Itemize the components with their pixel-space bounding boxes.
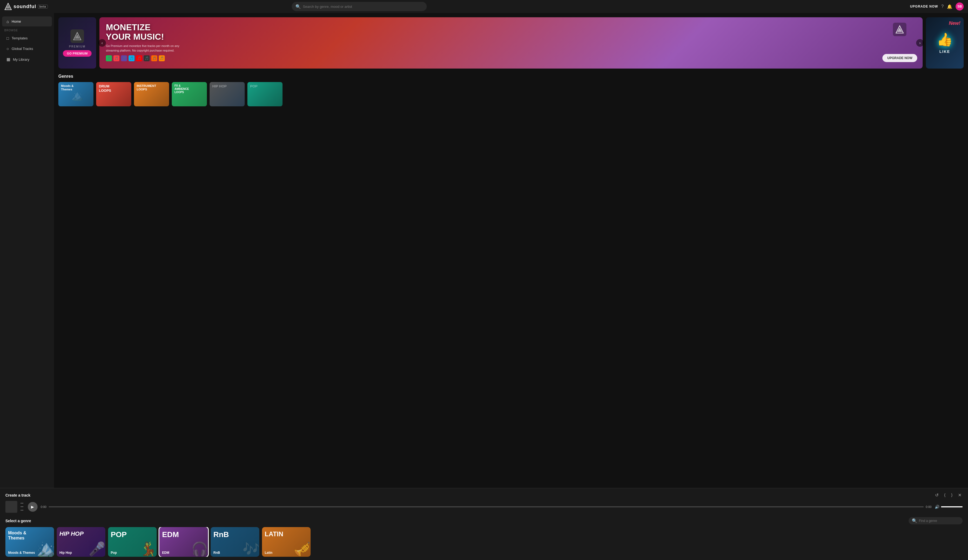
moods-themes-bottom-label: Moods & Themes bbox=[8, 551, 35, 555]
sidebar-label-home: Home bbox=[12, 20, 21, 23]
genres-section-title: Genres bbox=[58, 74, 964, 79]
track-creator-controls: ↺ ⟨ ⟩ ✕ bbox=[934, 491, 963, 499]
search-bar[interactable]: 🔍 bbox=[292, 2, 427, 11]
close-button[interactable]: ✕ bbox=[957, 491, 963, 499]
genre-card-hip-hop[interactable]: HIP HOP bbox=[210, 82, 245, 106]
genre-label-hip-hop: HIP HOP bbox=[212, 84, 227, 89]
genres-section: Genres Moods &Themes 🏔️ DRUMLOOPS INSTRU… bbox=[58, 74, 964, 106]
track-creator-header: Create a track ↺ ⟨ ⟩ ✕ bbox=[0, 488, 968, 501]
platform4-icon: 🎵 bbox=[129, 55, 134, 61]
genre-card-moods[interactable]: Moods &Themes 🏔️ bbox=[58, 82, 93, 106]
volume-icon[interactable]: 🔊 bbox=[935, 505, 939, 509]
edm-bottom-label: EDM bbox=[162, 551, 169, 555]
genre-label-instrument-loops: INSTRUMENTLOOPS bbox=[137, 84, 156, 91]
premium-logo-left bbox=[71, 30, 84, 43]
platform3-icon: 🎵 bbox=[121, 55, 127, 61]
genre-search-icon: 🔍 bbox=[912, 518, 917, 523]
volume-area: 🔊 bbox=[935, 505, 963, 509]
top-navigation: soundful beta 🔍 UPGRADE NOW ? 🔔 SB bbox=[0, 0, 968, 13]
nav-right: UPGRADE NOW ? 🔔 SB bbox=[910, 2, 964, 10]
hip-hop-title: HIP HOP bbox=[60, 530, 84, 537]
hero-platform-icons: 🎵 🎵 🎵 🎵 🎵 🎵 🎵 🎵 bbox=[106, 55, 916, 61]
track-creator: Create a track ↺ ⟨ ⟩ ✕ ••• ••• ••• ▶ 0:0… bbox=[0, 488, 968, 560]
volume-bar[interactable] bbox=[941, 506, 963, 507]
my-library-icon: ▦ bbox=[7, 57, 10, 62]
progress-area: 0:00 0:00 bbox=[41, 505, 932, 509]
back-button[interactable]: ⟨ bbox=[943, 491, 946, 499]
latin-bottom-label: Latin bbox=[265, 551, 272, 555]
sidebar-browse-label: Browse bbox=[0, 27, 54, 33]
genre-select-header: Select a genre 🔍 bbox=[5, 517, 963, 524]
sidebar-label-my-library: My Library bbox=[13, 58, 30, 61]
sidebar-item-templates[interactable]: □ Templates bbox=[2, 33, 52, 43]
track-thumbnail bbox=[5, 501, 17, 513]
genre-label-moods: Moods &Themes bbox=[61, 84, 73, 91]
edm-title: EDM bbox=[162, 530, 179, 539]
like-label: LIKE bbox=[939, 50, 950, 54]
platform8-icon: 🎵 bbox=[159, 55, 165, 61]
genre-label-drum-loops: DRUMLOOPS bbox=[99, 84, 111, 93]
search-icon: 🔍 bbox=[295, 4, 301, 9]
avatar[interactable]: SB bbox=[956, 2, 964, 10]
main-layout: ⌂ Home Browse □ Templates ○ Global Track… bbox=[0, 13, 968, 560]
latin-title: LATIN bbox=[265, 530, 283, 538]
go-premium-button[interactable]: GO PREMIUM bbox=[63, 50, 91, 57]
sidebar-item-global-tracks[interactable]: ○ Global Tracks bbox=[2, 44, 52, 54]
main-content: PREMIUM GO PREMIUM ‹ MONETIZE YOUR MUSIC… bbox=[54, 13, 968, 560]
hero-prev-arrow[interactable]: ‹ bbox=[98, 39, 106, 47]
player-row: ••• ••• ••• ▶ 0:00 0:00 🔊 bbox=[0, 501, 968, 515]
genre-select-edm[interactable]: 🎧 EDM EDM bbox=[159, 527, 208, 557]
bell-icon[interactable]: 🔔 bbox=[947, 4, 952, 9]
genres-row: Moods &Themes 🏔️ DRUMLOOPS INSTRUMENTLOO… bbox=[58, 82, 964, 106]
time-current: 0:00 bbox=[41, 505, 46, 509]
genre-select-pop[interactable]: 💃 POP Pop bbox=[108, 527, 157, 557]
genre-label-fx-ambience: FX &AMBIENCELOOPS bbox=[174, 84, 189, 94]
platform6-icon: 🎵 bbox=[144, 55, 150, 61]
sidebar-label-global-tracks: Global Tracks bbox=[12, 47, 33, 51]
undo-button[interactable]: ↺ bbox=[934, 491, 940, 499]
hip-hop-bottom-label: Hip Hop bbox=[60, 551, 72, 555]
track-creator-title: Create a track bbox=[5, 493, 30, 497]
genre-card-drum-loops[interactable]: DRUMLOOPS bbox=[96, 82, 131, 106]
hero-left-inner: PREMIUM GO PREMIUM bbox=[58, 17, 96, 69]
beta-badge: beta bbox=[38, 5, 48, 9]
hero-next-arrow[interactable]: › bbox=[916, 39, 924, 47]
genre-card-pop[interactable]: POP bbox=[247, 82, 282, 106]
pop-bottom-label: Pop bbox=[111, 551, 117, 555]
track-dots: ••• ••• ••• bbox=[20, 502, 23, 512]
genre-card-fx-ambience[interactable]: FX &AMBIENCELOOPS bbox=[172, 82, 207, 106]
hero-main-title: MONETIZE YOUR MUSIC! bbox=[106, 23, 176, 41]
genre-select-section: Select a genre 🔍 🏔️ Moods &Themes Moods … bbox=[0, 515, 968, 560]
forward-button[interactable]: ⟩ bbox=[950, 491, 954, 499]
genre-search-bar[interactable]: 🔍 bbox=[908, 517, 963, 524]
genre-label-pop: POP bbox=[250, 84, 257, 89]
genre-select-latin[interactable]: 🎺 LATIN Latin bbox=[262, 527, 311, 557]
soundful-logo-icon bbox=[4, 3, 12, 10]
platform5-icon: 🎵 bbox=[136, 55, 142, 61]
sidebar-label-templates: Templates bbox=[12, 36, 28, 40]
moods-themes-title: Moods &Themes bbox=[8, 530, 27, 540]
global-tracks-icon: ○ bbox=[7, 46, 9, 51]
sidebar-item-home[interactable]: ⌂ Home bbox=[2, 17, 52, 26]
progress-bar[interactable] bbox=[49, 506, 924, 507]
hero-main-subtitle: Go Premium and monetize five tracks per … bbox=[106, 44, 187, 53]
genre-select-title: Select a genre bbox=[5, 519, 31, 523]
play-button[interactable]: ▶ bbox=[28, 502, 38, 512]
genre-search-input[interactable] bbox=[919, 519, 960, 523]
genre-select-rnb[interactable]: 🎶 RnB RnB bbox=[211, 527, 259, 557]
help-icon[interactable]: ? bbox=[941, 4, 944, 9]
spotify-icon: 🎵 bbox=[106, 55, 112, 61]
premium-label-left: PREMIUM bbox=[69, 45, 85, 48]
platform7-icon: 🎵 bbox=[151, 55, 157, 61]
sidebar-item-my-library[interactable]: ▦ My Library bbox=[2, 54, 52, 64]
search-input[interactable] bbox=[303, 5, 423, 9]
new-badge: New! bbox=[949, 20, 960, 26]
rnb-bottom-label: RnB bbox=[213, 551, 220, 555]
genre-card-instrument-loops[interactable]: INSTRUMENTLOOPS bbox=[134, 82, 169, 106]
upgrade-now-hero-button[interactable]: UPGRADE NOW bbox=[882, 54, 917, 62]
app-logo: soundful beta bbox=[4, 3, 48, 10]
time-total: 0:00 bbox=[926, 505, 932, 509]
upgrade-now-button[interactable]: UPGRADE NOW bbox=[910, 5, 938, 8]
genre-select-moods-themes[interactable]: 🏔️ Moods &Themes Moods & Themes bbox=[5, 527, 54, 557]
genre-select-hip-hop[interactable]: 🎤 HIP HOP Hip Hop bbox=[57, 527, 105, 557]
